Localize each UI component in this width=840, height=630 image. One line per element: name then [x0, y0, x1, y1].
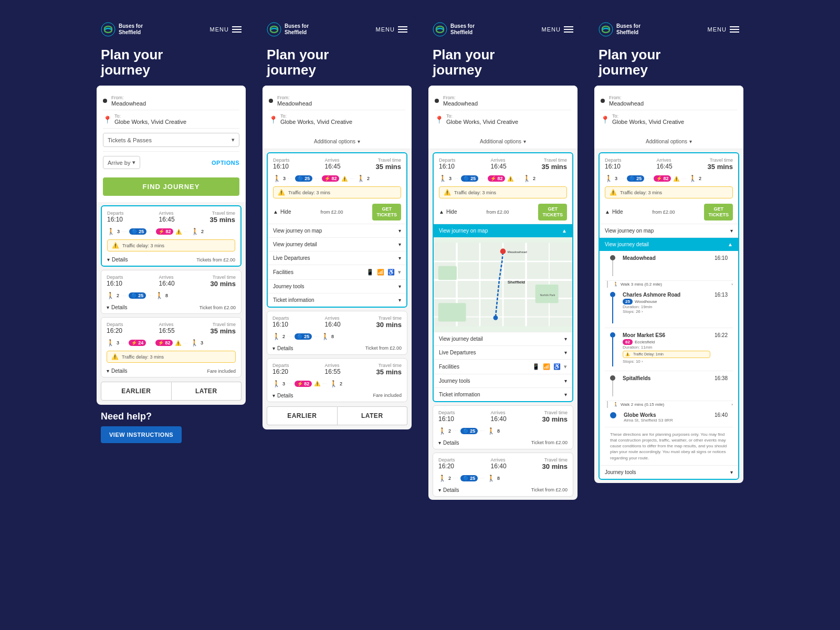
panel-1-card: From: Meadowhead 📍 To: Globe Works, Vivi…	[97, 86, 246, 405]
get-tickets-button-p3[interactable]: GETTICKETS	[538, 204, 567, 220]
ticket-info-row[interactable]: Ticket information ▾	[268, 293, 406, 307]
stop-globe-works: Globe Works Alma St, Sheffield S3 8RR 16…	[605, 408, 733, 427]
earlier-button-2[interactable]: EARLIER	[267, 406, 338, 425]
live-departures-row[interactable]: Live Departures ▾	[268, 251, 406, 265]
panel-1-title: Plan yourjourney	[92, 43, 250, 86]
additional-options-3[interactable]: Additional options ▾	[428, 134, 578, 149]
logo: Plan your Buses forSheffield	[101, 22, 143, 37]
chevron-down-icon: ▾	[398, 242, 401, 247]
details-toggle-p2-2[interactable]: ▾ Details	[272, 345, 293, 351]
additional-options-4[interactable]: Additional options ▾	[594, 134, 743, 149]
later-button-2[interactable]: LATER	[338, 406, 408, 425]
journey-card-p4-1: Departs 16:10 Arrives 16:45 Travel time …	[598, 152, 739, 480]
menu-button-2[interactable]: MENU	[376, 26, 407, 33]
menu-button-4[interactable]: MENU	[708, 26, 739, 33]
svg-point-1	[267, 23, 281, 36]
earlier-button[interactable]: EARLIER	[101, 382, 172, 401]
live-departures-row-p3[interactable]: Live Departures ▾	[434, 345, 572, 359]
to-row-2: 📍 To: Globe Works, Vivid Creative	[269, 110, 405, 128]
logo-icon-2	[267, 22, 281, 37]
wifi-icon: 📶	[377, 269, 384, 276]
chevron-down-icon: ▾	[107, 257, 110, 262]
nav-buttons: EARLIER LATER	[101, 382, 242, 401]
panel-2-header: Buses forSheffield MENU	[258, 16, 416, 43]
journey-tools-row[interactable]: Journey tools ▾	[268, 279, 406, 293]
from-row-2: From: Meadowhead	[269, 92, 405, 110]
chevron-down-icon: ▾	[358, 139, 360, 144]
stop-spitalfields: Spitalfields 16:38	[605, 371, 733, 401]
additional-options-2[interactable]: Additional options ▾	[262, 134, 412, 149]
view-journey-map-row-p4[interactable]: View journey on map ▾	[600, 224, 738, 237]
details-toggle-p2-3[interactable]: ▾ Details	[272, 393, 293, 398]
chevron-down-icon: ▾	[564, 392, 567, 397]
transport-icons-3: 🚶 3 ··· ⚡ 24 ··· ⚡ 82 ⚠️ ··· 🚶 3	[101, 337, 241, 349]
chevron-down-icon: ▾	[107, 304, 109, 310]
journey-card-p2-1: Departs 16:10 Arrives 16:45 Travel time …	[267, 152, 407, 308]
to-dot-2: 📍	[269, 116, 276, 123]
arrive-by-select[interactable]: Arrive by ▾	[103, 156, 140, 169]
help-section: Need help? VIEW INSTRUCTIONS	[92, 405, 250, 449]
get-tickets-button-p2[interactable]: GETTICKETS	[372, 204, 401, 220]
facilities-row-p3[interactable]: Facilities 📱 📶 ♿ ▾	[434, 359, 572, 374]
svg-point-16	[500, 248, 506, 254]
view-journey-detail-row-p3[interactable]: View journey detail ▾	[434, 332, 572, 345]
hide-button-p4[interactable]: ▲ Hide	[605, 209, 623, 215]
warning-bar: ⚠️ Traffic delay: 3 mins	[107, 239, 235, 251]
warning-icon: ⚠️	[111, 353, 119, 360]
get-tickets-button-p4[interactable]: GETTICKETS	[704, 204, 733, 220]
view-journey-map-active[interactable]: View journey on map ▲	[434, 224, 572, 237]
to-dot: 📍	[103, 116, 110, 123]
nav-buttons-2: EARLIER LATER	[267, 406, 407, 425]
transport-icons-2: 🚶 2 ··· 🔵 25 ··· 🚶 8	[101, 290, 241, 301]
journey-tools-row-p4[interactable]: Journey tools ▾	[600, 465, 738, 479]
svg-text:Meadowhead: Meadowhead	[508, 250, 528, 254]
ticket-info-row-p3[interactable]: Ticket information ▾	[434, 387, 572, 401]
chevron-down-icon: ▾	[438, 440, 441, 446]
panel-3-header: Buses forSheffield MENU	[424, 16, 582, 43]
journey-tools-row-p3[interactable]: Journey tools ▾	[434, 374, 572, 387]
details-toggle-2[interactable]: ▾ Details	[107, 304, 128, 310]
hide-button-p3[interactable]: ▲ Hide	[439, 209, 457, 215]
logo-text: Plan your Buses forSheffield	[119, 23, 143, 36]
details-toggle-3[interactable]: ▾ Details	[107, 368, 128, 374]
hamburger-icon-3	[564, 26, 573, 33]
journey-card-p2-3: Departs 16:20 Arrives 16:55 Travel time …	[267, 358, 407, 402]
from-dot-2	[269, 99, 273, 103]
bus-badge-25: 🔵 25	[129, 228, 147, 235]
bus-badge-25b: 🔵 25	[129, 292, 146, 299]
stop-charles-ashmore: Charles Ashmore Road 25 Woodhouse Durati…	[605, 288, 733, 328]
chevron-down-icon: ▾	[398, 269, 401, 276]
map-svg: Meadowhead Sheffield Norfolk Park	[434, 237, 572, 332]
chevron-down-icon: ▾	[272, 345, 275, 351]
journey-card-p3-2: Departs 16:10 Arrives 16:40 Travel time …	[433, 405, 573, 449]
view-journey-map-row[interactable]: View journey on map ▾	[268, 224, 406, 237]
chevron-down-icon: ▾	[438, 487, 441, 493]
details-toggle[interactable]: ▾ Details	[107, 257, 128, 262]
panel-2-title: Plan yourjourney	[258, 43, 416, 86]
logo-icon-4	[598, 22, 613, 37]
to-row: 📍 To: Globe Works, Vivid Creative	[103, 110, 239, 129]
journey-form-2: From: Meadowhead 📍 To: Globe Works, Vivi…	[262, 86, 412, 134]
chevron-down-icon: ▾	[564, 363, 567, 370]
warning-bar-3: ⚠️ Traffic delay: 3 mins	[107, 351, 236, 363]
view-instructions-button[interactable]: VIEW INSTRUCTIONS	[101, 426, 182, 443]
menu-button[interactable]: MENU	[210, 26, 242, 33]
menu-button-3[interactable]: MENU	[542, 26, 573, 33]
chevron-down-icon: ▾	[132, 159, 135, 166]
svg-text:Sheffield: Sheffield	[508, 280, 526, 285]
logo-text-3: Buses forSheffield	[450, 23, 475, 36]
view-journey-detail-row[interactable]: View journey detail ▾	[268, 237, 406, 251]
hide-button-p2[interactable]: ▲ Hide	[273, 209, 291, 215]
chevron-down-icon: ▾	[564, 350, 567, 355]
view-journey-detail-active[interactable]: View journey detail ▲	[600, 237, 738, 251]
facilities-row[interactable]: Facilities 📱 📶 ♿ ▾	[268, 265, 406, 279]
tickets-select[interactable]: Tickets & Passes ▾	[103, 133, 239, 147]
find-journey-button[interactable]: FIND JOURNEY	[103, 177, 239, 196]
later-button[interactable]: LATER	[172, 382, 242, 401]
from-row: From: Meadowhead	[103, 92, 239, 110]
chevron-down-icon: ▾	[398, 297, 401, 303]
transport-icons: 🚶 3 ··· 🔵 25 ··· ⚡ 82 ⚠️ ··· 🚶 2	[102, 226, 240, 237]
options-link[interactable]: OPTIONS	[212, 160, 239, 166]
panel-2-card: From: Meadowhead 📍 To: Globe Works, Vivi…	[262, 86, 412, 429]
journey-map: Meadowhead Sheffield Norfolk Park	[434, 237, 572, 332]
